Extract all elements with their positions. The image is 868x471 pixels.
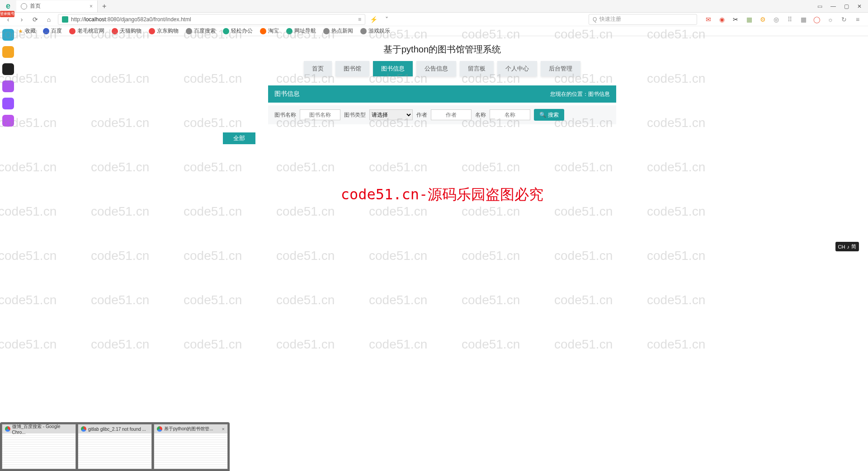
breadcrumb: 您现在的位置：图书信息: [550, 90, 610, 98]
bookmark-item[interactable]: 天猫购物: [112, 27, 142, 35]
browser-sidebar: [0, 25, 16, 127]
reload-button[interactable]: ⟳: [31, 16, 40, 23]
toolbar-icon-10[interactable]: ↻: [840, 15, 848, 24]
bookmark-icon: [286, 28, 292, 34]
bookmark-label: 网址导航: [294, 27, 316, 35]
bookmark-label: 百度: [51, 27, 62, 35]
nav-tab[interactable]: 个人中心: [497, 61, 537, 76]
nav-tab[interactable]: 首页: [304, 61, 332, 76]
toolbar-icon-2[interactable]: ✂: [731, 15, 740, 24]
panel-header: 图书信息 您现在的位置：图书信息: [268, 85, 616, 103]
toolbar-icon-4[interactable]: ⚙: [759, 15, 767, 24]
nav-tab[interactable]: 后台管理: [541, 61, 580, 76]
window-menu-button[interactable]: ▭: [817, 3, 822, 9]
search-icon: Q: [593, 16, 597, 23]
preview-close-button[interactable]: ×: [222, 426, 225, 432]
search-button[interactable]: 🔍 搜索: [534, 109, 564, 121]
book-name-label: 图书名称: [274, 111, 296, 119]
browser-search-input[interactable]: Q 快速注册: [589, 14, 697, 25]
toolbar-icon-9[interactable]: ☼: [826, 15, 835, 24]
bookmark-label: 游戏娱乐: [368, 27, 390, 35]
browser-tab[interactable]: 首页 ×: [16, 0, 98, 12]
toolbar-icon-3[interactable]: ▦: [745, 15, 753, 24]
nav-tab[interactable]: 留言板: [460, 61, 494, 76]
bookmark-item[interactable]: 百度搜索: [186, 27, 216, 35]
bookmark-icon: [43, 28, 49, 34]
sidebar-app-2[interactable]: [2, 63, 14, 75]
preview-thumbnail: [154, 433, 227, 469]
chrome-icon: [157, 426, 162, 432]
author-label: 作者: [416, 111, 427, 119]
toolbar-icon-6[interactable]: ⠿: [786, 15, 794, 24]
toolbar-icon-0[interactable]: ✉: [704, 15, 712, 24]
title-input[interactable]: [490, 109, 530, 120]
book-type-label: 图书类型: [344, 111, 366, 119]
bookmark-item[interactable]: 热点新闻: [323, 27, 353, 35]
bookmark-item[interactable]: 老毛桃官网: [69, 27, 104, 35]
window-maximize-button[interactable]: ▢: [844, 3, 849, 9]
bookmark-icon: [260, 28, 266, 34]
ime-indicator[interactable]: CH♪简: [835, 242, 859, 251]
book-type-select[interactable]: 请选择: [369, 109, 413, 120]
site-title: 基于python的图书馆管理系统: [16, 36, 868, 61]
sidebar-app-3[interactable]: [2, 80, 14, 92]
book-name-input[interactable]: [300, 109, 340, 120]
toolbar-icon-5[interactable]: ◎: [772, 15, 780, 24]
preview-thumbnail: [78, 433, 151, 469]
bookmark-label: 天猫购物: [120, 27, 142, 35]
home-button[interactable]: ⌂: [44, 16, 53, 23]
bookmark-item[interactable]: 百度: [43, 27, 62, 35]
tab-close-button[interactable]: ×: [90, 3, 93, 9]
sidebar-app-5[interactable]: [2, 115, 14, 127]
login-badge[interactable]: 登录账号: [0, 11, 14, 17]
nav-tab[interactable]: 公告信息: [416, 61, 456, 76]
nav-tab[interactable]: 图书馆: [335, 61, 369, 76]
toolbar-icons: ✉◉✂▦⚙◎⠿▦◯☼↻≡: [702, 15, 864, 24]
taskbar-preview[interactable]: 基于python的图书馆管...×: [154, 424, 228, 469]
filter-all-button[interactable]: 全部: [223, 132, 255, 144]
author-input[interactable]: [431, 109, 472, 120]
main-panel: 图书信息 您现在的位置：图书信息 图书名称 图书类型 请选择 作者 名称 🔍 搜…: [268, 85, 616, 124]
address-bar: ‹ › ⟳ ⌂ http://localhost:8080/django582a…: [0, 13, 868, 26]
bookmark-icon: [223, 28, 229, 34]
tab-title: 首页: [30, 2, 41, 10]
window-minimize-button[interactable]: —: [830, 3, 836, 9]
magnifier-icon: 🔍: [539, 112, 546, 118]
window-controls: ▭ — ▢ ✕: [817, 3, 868, 9]
window-close-button[interactable]: ✕: [857, 3, 862, 9]
bookmark-label: 百度搜索: [194, 27, 216, 35]
sidebar-app-4[interactable]: [2, 98, 14, 109]
sidebar-app-1[interactable]: [2, 46, 14, 58]
bookmark-item[interactable]: 轻松办公: [223, 27, 253, 35]
preview-title-text: gitlab glibc_2.17 not found ...: [88, 427, 146, 432]
url-dropdown[interactable]: ˅: [382, 16, 391, 23]
favorites-button[interactable]: ★ 收藏: [18, 27, 36, 35]
bookmark-item[interactable]: 游戏娱乐: [360, 27, 390, 35]
bookmark-icon: [112, 28, 118, 34]
center-watermark-text: code51.cn-源码乐园盗图必究: [16, 185, 868, 205]
taskbar-preview[interactable]: gitlab glibc_2.17 not found ...: [78, 424, 152, 469]
url-input[interactable]: http://localhost:8080/django582a0/front/…: [58, 14, 365, 25]
preview-title-text: 基于python的图书馆管...: [164, 426, 213, 432]
new-tab-button[interactable]: +: [98, 2, 111, 10]
nav-tabs: 首页图书馆图书信息公告信息留言板个人中心后台管理: [16, 61, 868, 76]
bookmark-item[interactable]: 淘宝: [260, 27, 279, 35]
bookmark-item[interactable]: 京东购物: [149, 27, 179, 35]
nav-tab[interactable]: 图书信息: [373, 61, 413, 76]
bookmark-item[interactable]: 网址导航: [286, 27, 316, 35]
taskbar-preview[interactable]: 微博_百度搜索 - Google Chro...: [2, 424, 76, 469]
forward-button[interactable]: ›: [17, 16, 26, 23]
bookmark-label: 热点新闻: [331, 27, 353, 35]
reader-mode-icon[interactable]: ≡: [358, 16, 361, 23]
toolbar-icon-11[interactable]: ≡: [854, 15, 862, 24]
title-label: 名称: [475, 111, 486, 119]
toolbar-icon-7[interactable]: ▦: [799, 15, 807, 24]
toolbar-icon-1[interactable]: ◉: [718, 15, 726, 24]
sidebar-app-0[interactable]: [2, 29, 14, 41]
flash-icon[interactable]: ⚡: [370, 16, 377, 23]
bookmark-label: 老毛桃官网: [77, 27, 104, 35]
toolbar-icon-8[interactable]: ◯: [813, 15, 821, 24]
url-text: http://localhost:8080/django582a0/front/…: [71, 16, 191, 23]
taskbar-previews: 微博_百度搜索 - Google Chro...gitlab glibc_2.1…: [0, 422, 230, 471]
page-viewport: code51.cncode51.cncode51.cncode51.cncode…: [16, 36, 868, 471]
